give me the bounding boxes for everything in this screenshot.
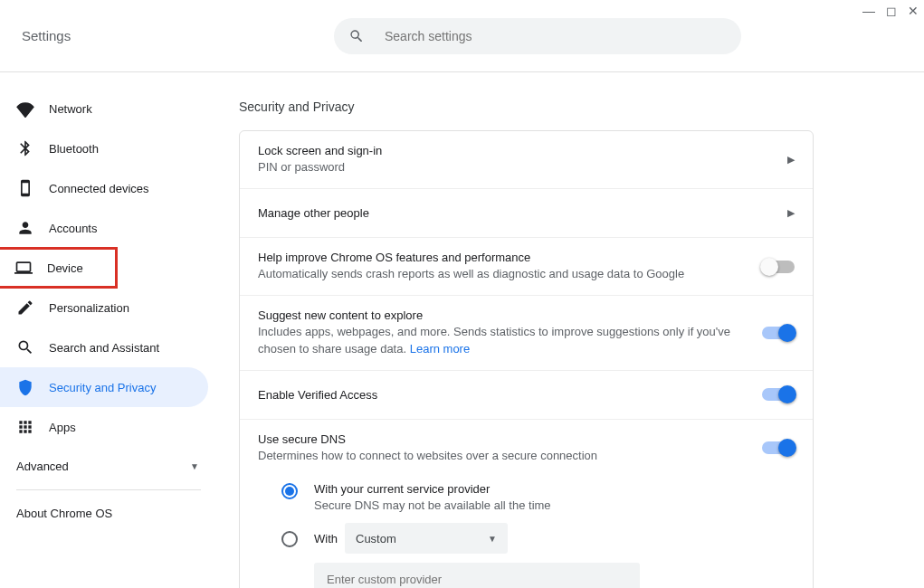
- sidebar-item-bluetooth[interactable]: Bluetooth: [0, 128, 208, 168]
- dns-custom-input-wrapper: [314, 563, 640, 588]
- sidebar-item-label: Personalization: [49, 301, 129, 315]
- chevron-right-icon: ▶: [787, 154, 795, 166]
- sidebar-item-label: Security and Privacy: [49, 381, 157, 394]
- grid-icon: [16, 418, 34, 436]
- settings-card: Lock screen and sign-in PIN or password …: [239, 130, 814, 588]
- sidebar-item-label: Bluetooth: [49, 142, 99, 156]
- chevron-right-icon: ▶: [787, 207, 795, 219]
- row-subtitle: Automatically sends crash reports as wel…: [258, 266, 762, 282]
- dns-options: With your current service provider Secur…: [240, 469, 813, 588]
- bluetooth-icon: [16, 139, 34, 157]
- row-subtitle: Determines how to connect to websites ov…: [258, 448, 762, 464]
- row-title: Help improve Chrome OS features and perf…: [258, 251, 762, 264]
- dns-provider-select[interactable]: Custom ▼: [345, 523, 508, 554]
- advanced-label: Advanced: [16, 460, 69, 473]
- laptop-icon: [14, 259, 33, 277]
- dns-option-current-provider[interactable]: With your current service provider Secur…: [281, 482, 795, 514]
- sidebar-advanced-toggle[interactable]: Advanced ▼: [0, 447, 217, 486]
- sidebar-item-label: Device: [47, 261, 83, 275]
- toggle-crash-reports[interactable]: [762, 261, 795, 273]
- select-value: Custom: [356, 532, 396, 545]
- person-icon: [16, 219, 34, 237]
- edit-icon: [16, 299, 34, 317]
- chevron-down-icon: ▼: [190, 461, 199, 471]
- row-lock-screen[interactable]: Lock screen and sign-in PIN or password …: [240, 131, 813, 189]
- window-controls: — ◻ ✕: [862, 4, 919, 18]
- radio-button[interactable]: [281, 483, 298, 499]
- radio-sublabel: Secure DNS may not be available all the …: [314, 498, 551, 514]
- search-icon: [348, 28, 365, 44]
- row-title: Enable Verified Access: [258, 388, 762, 402]
- search-input[interactable]: [383, 28, 727, 44]
- learn-more-link[interactable]: Learn more: [410, 342, 470, 356]
- chevron-down-icon: ▼: [488, 534, 497, 544]
- row-subtitle: Includes apps, webpages, and more. Sends…: [258, 324, 762, 356]
- minimize-icon[interactable]: —: [862, 4, 875, 18]
- row-verified-access: Enable Verified Access: [240, 371, 813, 420]
- sidebar-item-accounts[interactable]: Accounts: [0, 208, 208, 248]
- sidebar-item-device[interactable]: Device: [0, 248, 117, 288]
- sidebar: Network Bluetooth Connected devices Acco…: [0, 72, 217, 588]
- row-title: Manage other people: [258, 206, 787, 220]
- sidebar-item-network[interactable]: Network: [0, 89, 208, 128]
- row-crash-reports: Help improve Chrome OS features and perf…: [240, 238, 813, 296]
- divider: [16, 489, 201, 490]
- sidebar-item-apps[interactable]: Apps: [0, 407, 208, 447]
- about-label: About Chrome OS: [16, 507, 112, 520]
- toggle-verified-access[interactable]: [762, 388, 795, 401]
- toggle-suggest-content[interactable]: [762, 327, 795, 339]
- dns-option-custom[interactable]: With Custom ▼: [281, 523, 795, 554]
- content-area: Security and Privacy Lock screen and sig…: [217, 72, 924, 588]
- shield-icon: [16, 378, 34, 396]
- dns-custom-input[interactable]: [325, 572, 629, 587]
- row-subtitle: PIN or password: [258, 159, 787, 175]
- sidebar-item-search-assistant[interactable]: Search and Assistant: [0, 327, 208, 367]
- sidebar-item-connected-devices[interactable]: Connected devices: [0, 168, 208, 208]
- sidebar-item-label: Connected devices: [49, 182, 149, 195]
- sidebar-item-label: Apps: [49, 421, 76, 434]
- row-title: Lock screen and sign-in: [258, 144, 787, 157]
- sidebar-item-label: Network: [49, 102, 92, 116]
- header: Settings: [0, 0, 924, 72]
- radio-label: With your current service provider: [314, 482, 551, 496]
- toggle-secure-dns[interactable]: [762, 441, 795, 454]
- sidebar-item-label: Search and Assistant: [49, 341, 159, 355]
- radio-button[interactable]: [281, 531, 298, 547]
- row-secure-dns: Use secure DNS Determines how to connect…: [240, 420, 813, 469]
- row-title: Use secure DNS: [258, 432, 762, 446]
- search-field[interactable]: [334, 18, 741, 54]
- section-title: Security and Privacy: [239, 100, 902, 114]
- row-manage-people[interactable]: Manage other people ▶: [240, 189, 813, 238]
- sidebar-item-label: Accounts: [49, 222, 97, 235]
- maximize-icon[interactable]: ◻: [886, 4, 897, 18]
- sidebar-about[interactable]: About Chrome OS: [0, 494, 217, 533]
- row-suggest-content: Suggest new content to explore Includes …: [240, 296, 813, 370]
- sidebar-item-security-privacy[interactable]: Security and Privacy: [0, 367, 208, 407]
- close-icon[interactable]: ✕: [908, 4, 919, 18]
- magnifier-icon: [16, 338, 34, 356]
- row-title: Suggest new content to explore: [258, 308, 762, 322]
- radio-label: With: [314, 532, 338, 545]
- wifi-icon: [16, 100, 34, 118]
- page-title: Settings: [22, 28, 334, 43]
- phone-icon: [16, 179, 34, 197]
- sidebar-item-personalization[interactable]: Personalization: [0, 288, 208, 327]
